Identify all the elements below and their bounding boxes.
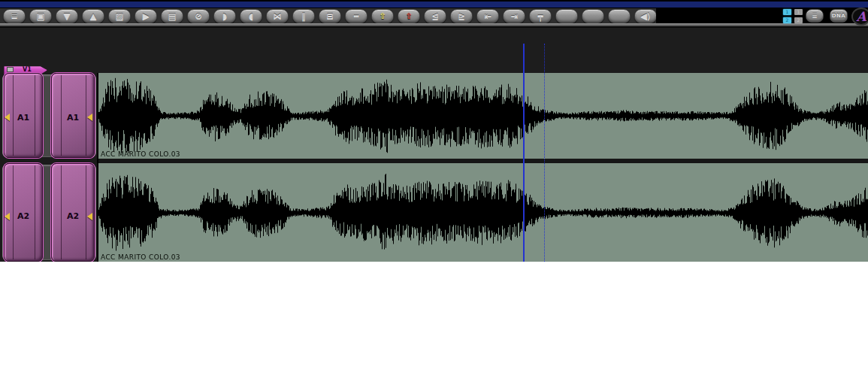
align-tracks-icon: ⊟ [326, 12, 333, 20]
window-button[interactable]: ▣ [29, 9, 52, 23]
playlist-button[interactable]: ≣ [806, 9, 824, 23]
nudge-right-icon: ⇥ [510, 12, 517, 20]
speaker-button[interactable]: ◀) [634, 9, 657, 23]
title-bar [0, 2, 868, 8]
nudge-left-button[interactable]: ⇤ [476, 9, 499, 23]
butt-splice-button[interactable]: ‖ [292, 9, 315, 23]
playhead-cursor[interactable] [523, 44, 525, 262]
window-icon: ▣ [37, 12, 44, 20]
arrange-background [0, 28, 868, 73]
align-down-button[interactable]: ▤ [161, 9, 183, 23]
channel-1-inactive-indicator[interactable]: 1 [794, 9, 803, 15]
crossfade-button[interactable]: ⋈ [266, 9, 289, 23]
blank-3-button[interactable] [608, 9, 631, 23]
playlist-icon: ≣ [812, 12, 818, 20]
version-tab-label: V1 [14, 66, 47, 73]
dna-button-label: DNA [832, 13, 845, 19]
trim-right-icon: ⊵ [458, 12, 464, 20]
align-tracks-button[interactable]: ⊟ [319, 9, 341, 23]
blank-1-button[interactable] [555, 9, 578, 23]
scroll-down-icon: ▼ [64, 12, 70, 20]
channel-1-active-indicator[interactable]: 1 [783, 9, 791, 15]
fade-in-button[interactable]: ◗ [213, 9, 236, 23]
channel-2-inactive-indicator[interactable]: 2 [794, 17, 803, 23]
trim-left-button[interactable]: ⊴ [424, 9, 446, 23]
version-tab-box [7, 67, 14, 72]
dna-button[interactable]: DNA [830, 9, 848, 23]
mixer-icon: ≡ [11, 12, 17, 20]
blank-2-button[interactable] [582, 9, 604, 23]
channel-2-active-indicator[interactable]: 2 [783, 17, 791, 23]
tee-tool-button[interactable]: ┯ [529, 9, 552, 23]
snap-grid-button[interactable]: ┅ [345, 9, 367, 23]
pattern-icon: ▨ [116, 12, 123, 20]
filmstrip-button[interactable]: ▶ [135, 9, 157, 23]
scroll-down-button[interactable]: ▼ [56, 9, 78, 23]
butt-splice-icon: ‖ [301, 12, 306, 20]
track1-left-label: A1 [5, 113, 42, 123]
app-logo-letter: A [856, 9, 866, 24]
track2-left-label: A2 [5, 211, 42, 221]
disable-button[interactable]: ⊘ [187, 9, 210, 23]
fade-out-button[interactable]: ◖ [240, 9, 262, 23]
track2-right-arrow[interactable] [87, 213, 92, 220]
track2-waveform [98, 163, 868, 262]
scroll-up-icon: ▲ [90, 12, 96, 20]
track1-audio-clip[interactable]: ACC MARITO COLO.03 [98, 73, 868, 159]
load-clip-red-button[interactable]: ⇧ [398, 9, 420, 23]
scroll-up-button[interactable]: ▲ [82, 9, 104, 23]
track1-left-arrow[interactable] [5, 114, 10, 121]
track1-clip-name: ACC MARITO COLO.03 [101, 150, 180, 158]
filmstrip-icon: ▶ [143, 12, 149, 20]
audio-editor-window: ≡▣▼▲▨▶▤⊘◗◖⋈‖⊟┅⇧⇧⊴⊵⇤⇥┯◀) 1122 ≣ DNA A V1 … [0, 0, 868, 385]
load-clip-red-icon: ⇧ [405, 12, 412, 20]
tee-tool-icon: ┯ [538, 12, 543, 20]
empty-area [0, 262, 868, 385]
crossfade-icon: ⋈ [274, 12, 282, 20]
nudge-right-button[interactable]: ⇥ [503, 9, 525, 23]
channel-indicators: 1122 [783, 9, 803, 23]
edit-point-cursor[interactable] [544, 44, 545, 262]
track1-waveform [98, 73, 868, 159]
track2-clip-name: ACC MARITO COLO.03 [101, 253, 180, 261]
track2-audio-clip[interactable]: ACC MARITO COLO.03 [98, 163, 868, 262]
load-clip-yellow-icon: ⇧ [379, 12, 386, 20]
align-down-icon: ▤ [168, 12, 176, 20]
track2-left-arrow[interactable] [5, 213, 10, 220]
disable-icon: ⊘ [195, 12, 201, 20]
nudge-left-icon: ⇤ [484, 12, 491, 20]
fade-in-icon: ◗ [222, 12, 227, 20]
app-logo: A [851, 8, 868, 26]
pattern-button[interactable]: ▨ [108, 9, 131, 23]
fade-out-icon: ◖ [249, 12, 253, 20]
trim-right-button[interactable]: ⊵ [450, 9, 473, 23]
trim-left-icon: ⊴ [431, 12, 438, 20]
snap-grid-icon: ┅ [354, 12, 359, 20]
track1-right-arrow[interactable] [87, 114, 92, 121]
speaker-icon: ◀) [641, 12, 651, 20]
load-clip-yellow-button[interactable]: ⇧ [371, 9, 394, 23]
mixer-button[interactable]: ≡ [3, 9, 26, 23]
